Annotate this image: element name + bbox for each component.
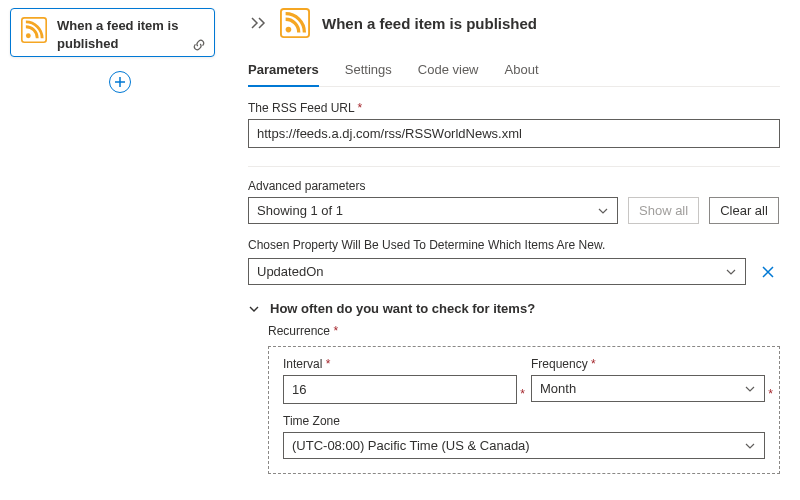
collapse-panel-button[interactable] (248, 13, 268, 33)
svg-point-3 (286, 27, 292, 33)
frequency-label: Frequency * (531, 357, 765, 371)
rss-icon (21, 17, 47, 43)
interval-label: Interval * (283, 357, 517, 371)
tab-about[interactable]: About (505, 56, 539, 86)
tab-codeview[interactable]: Code view (418, 56, 479, 86)
remove-property-button[interactable] (756, 260, 780, 284)
recurrence-accordion-title: How often do you want to check for items… (270, 301, 535, 316)
clear-all-button[interactable]: Clear all (709, 197, 779, 224)
show-all-button: Show all (628, 197, 699, 224)
required-asterisk: * (358, 101, 363, 115)
rss-url-label: The RSS Feed URL * (248, 101, 780, 115)
recurrence-accordion-toggle[interactable]: How often do you want to check for items… (248, 301, 780, 316)
chevron-down-icon (248, 303, 260, 315)
interval-input[interactable] (283, 375, 517, 404)
tab-settings[interactable]: Settings (345, 56, 392, 86)
frequency-select[interactable]: Month (531, 375, 765, 402)
chevron-down-icon (744, 383, 756, 395)
chevron-down-icon (725, 266, 737, 278)
link-icon (192, 38, 206, 52)
required-asterisk: * (591, 357, 596, 371)
divider (248, 166, 780, 167)
tab-bar: Parameters Settings Code view About (248, 56, 780, 87)
tab-parameters[interactable]: Parameters (248, 56, 319, 87)
chevron-down-icon (597, 205, 609, 217)
chevron-down-icon (744, 440, 756, 452)
trigger-card[interactable]: When a feed item is published (10, 8, 215, 57)
chosen-property-label: Chosen Property Will Be Used To Determin… (248, 238, 780, 252)
timezone-select[interactable]: (UTC-08:00) Pacific Time (US & Canada) (283, 432, 765, 459)
timezone-label: Time Zone (283, 414, 765, 428)
panel-title: When a feed item is published (322, 15, 537, 32)
required-asterisk: * (333, 324, 338, 338)
advanced-params-label: Advanced parameters (248, 179, 780, 193)
recurrence-label: Recurrence * (268, 324, 780, 338)
required-asterisk: * (768, 387, 773, 401)
rss-icon (280, 8, 310, 38)
required-asterisk: * (520, 387, 525, 401)
recurrence-group: Interval * * Frequency * Month * (268, 346, 780, 474)
svg-point-1 (26, 33, 31, 38)
add-step-button[interactable] (109, 71, 131, 93)
rss-url-input[interactable] (248, 119, 780, 148)
trigger-card-title: When a feed item is published (57, 17, 204, 52)
chosen-property-select[interactable]: UpdatedOn (248, 258, 746, 285)
advanced-params-select[interactable]: Showing 1 of 1 (248, 197, 618, 224)
required-asterisk: * (326, 357, 331, 371)
